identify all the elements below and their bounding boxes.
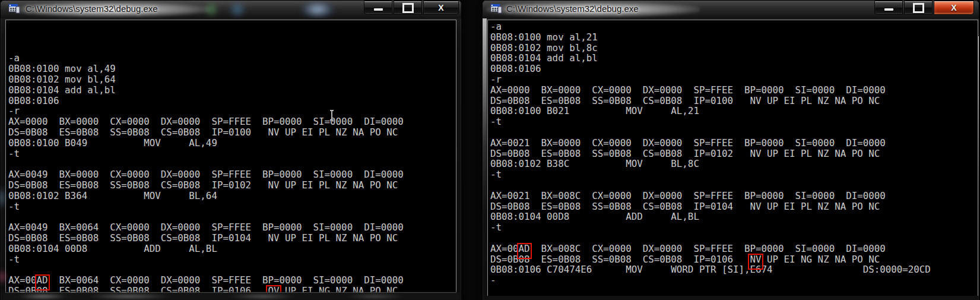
close-icon: X [951,3,956,12]
caption-buttons: X [874,1,974,15]
maximize-icon [402,3,414,13]
console-line: DS=0B08 ES=0B08 SS=0B08 CS=0B08 IP=0100 … [490,96,978,106]
highlight-box: NV [750,254,761,265]
window-bottom-frame [483,296,978,300]
console-line: -a [8,53,456,64]
console-line: 0B08:0102 mov bl,8c [490,43,978,53]
console-line: -t [8,254,456,265]
console-line: 0B08:0106 C70474E6 MOV WORD PTR [SI],E67… [490,264,978,275]
console-line [8,159,456,169]
titlebar[interactable]: C:\Windows\system32\debug.exe X [483,1,979,18]
close-icon: X [438,3,443,12]
maximize-button[interactable] [904,1,933,15]
console-line [490,127,978,138]
console-line: DS=0B08 ES=0B08 SS=0B08 CS=0B08 IP=0104 … [8,233,456,244]
ibeam-cursor [331,110,332,120]
console-line: 0B08:0106 [490,64,978,74]
console-line: - [490,275,978,286]
console-line: AX=00AD BX=008C CX=0000 DX=0000 SP=FFEE … [490,244,978,254]
console-line: 0B08:0100 mov al,49 [8,64,456,74]
console-line: AX=0021 BX=0000 CX=0000 DX=0000 SP=FFEE … [490,138,978,149]
close-button[interactable]: X [423,1,459,15]
console-line: -a [490,21,978,32]
console-line: 0B08:0104 00D8 ADD AL,BL [490,211,978,222]
window-title: C:\Windows\system32\debug.exe [26,4,158,14]
close-button[interactable]: X [934,1,974,15]
debug-window-left: C:\Windows\system32\debug.exe X -a0B08:0… [0,0,462,300]
maximize-button[interactable] [394,1,422,15]
console-line: 0B08:0104 add al,bl [490,53,978,64]
console-line: -r [490,74,978,85]
console-output[interactable]: -a0B08:0100 mov al,490B08:0102 mov bl,64… [5,20,456,293]
console-line [490,233,978,244]
console-line: DS=0B08 ES=0B08 SS=0B08 CS=0B08 IP=0106 … [490,254,978,265]
minimize-icon [884,8,893,11]
console-line: AX=00AD BX=0064 CX=0000 DX=0000 SP=FFEE … [8,275,456,286]
glass-edge-highlight [483,18,487,214]
console-line: AX=0049 BX=0000 CX=0000 DX=0000 SP=FFEE … [8,169,456,180]
console-line: 0B08:0104 add al,bl [8,85,456,96]
console-line: AX=0021 BX=008C CX=0000 DX=0000 SP=FFEE … [490,191,978,201]
console-line: -t [8,201,456,212]
taskbar-glass-blur [1,292,461,300]
window-title: C:\Windows\system32\debug.exe [506,4,639,14]
console-line: 0B08:0104 00D8 ADD AL,BL [8,244,456,254]
console-line: -t [490,169,978,180]
highlight-box: AD [37,274,48,286]
desktop-icon-blur [300,1,335,18]
console-app-icon [8,4,20,15]
minimize-button[interactable] [874,1,903,15]
console-line [8,264,456,275]
console-line: 0B08:0102 B364 MOV BL,64 [8,191,456,201]
console-line: DS=0B08 ES=0B08 SS=0B08 CS=0B08 IP=0100 … [8,127,456,138]
maximize-icon [913,3,924,13]
console-line: AX=0000 BX=0000 CX=0000 DX=0000 SP=FFEE … [490,85,978,96]
console-line: 0B08:0102 mov bl,64 [8,74,456,85]
highlight-box: AD [519,243,530,254]
console-line: DS=0B08 ES=0B08 SS=0B08 CS=0B08 IP=0102 … [8,180,456,191]
console-line: -t [490,222,978,233]
desktop-icon-blur [0,186,5,210]
console-line: -t [8,149,456,159]
minimize-icon [374,8,383,11]
console-line: 0B08:0100 B021 MOV AL,21 [490,106,978,116]
caption-buttons: X [364,1,459,15]
console-line: 0B08:0100 B049 MOV AL,49 [8,138,456,149]
console-line [490,180,978,191]
console-line: -r [8,106,456,116]
console-line: 0B08:0106 [8,96,456,106]
console-output[interactable]: -a0B08:0100 mov al,210B08:0102 mov bl,8c… [487,20,978,297]
titlebar[interactable]: C:\Windows\system32\debug.exe X [1,1,461,18]
console-line: -t [490,116,978,127]
console-line: 0B08:0102 B38C MOV BL,8C [490,159,978,169]
console-line [8,211,456,222]
console-line: 0B08:0100 mov al,21 [490,32,978,43]
minimize-button[interactable] [364,1,392,15]
desktop-background: C:\Windows\system32\debug.exe X -a0B08:0… [0,0,980,300]
console-line: AX=0049 BX=0064 CX=0000 DX=0000 SP=FFEE … [8,222,456,233]
console-line: AX=0000 BX=0000 CX=0000 DX=0000 SP=FFEE … [8,116,456,127]
console-app-icon [490,4,502,15]
debug-window-right: C:\Windows\system32\debug.exe X -a0B08:0… [482,0,979,300]
desktop-icon-blur [229,1,246,18]
console-line: DS=0B08 ES=0B08 SS=0B08 CS=0B08 IP=0102 … [490,149,978,159]
console-line: DS=0B08 ES=0B08 SS=0B08 CS=0B08 IP=0104 … [490,201,978,212]
